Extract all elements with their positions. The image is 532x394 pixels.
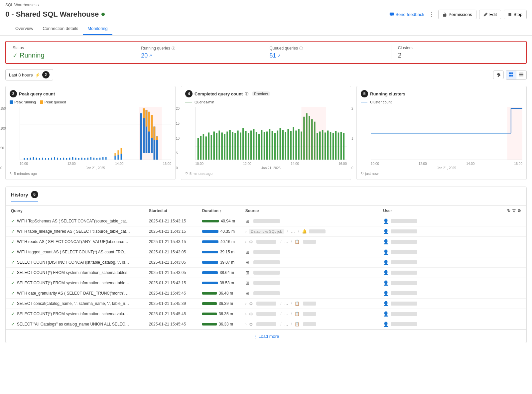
svg-rect-83	[250, 131, 252, 160]
query-text[interactable]: ✓ SELECT concat(catalog_name, '.', schem…	[11, 301, 149, 306]
svg-rect-70	[216, 133, 217, 160]
table-row[interactable]: ✓ WITH tagged_count AS ( SELECT COUNT(*)…	[6, 247, 526, 257]
table-row[interactable]: ✓ SELECT concat(catalog_name, '.', schem…	[6, 299, 526, 309]
table-row[interactable]: ✓ SELECT COUNT(*) FROM system.informatio…	[6, 278, 526, 288]
svg-rect-36	[99, 158, 100, 160]
svg-rect-92	[274, 133, 276, 160]
svg-rect-12	[27, 158, 28, 160]
stop-button[interactable]: Stop	[504, 10, 527, 19]
query-text[interactable]: ✓ WITH date_granularity AS ( SELECT DATE…	[11, 291, 149, 296]
svg-rect-25	[66, 158, 67, 160]
svg-rect-100	[295, 131, 297, 160]
queued-queries-info-icon[interactable]: ⓘ	[299, 46, 303, 51]
svg-rect-24	[63, 158, 64, 160]
tab-monitoring[interactable]: Monitoring	[83, 23, 112, 35]
table-row[interactable]: ✓ WITH table_lineage_filtered AS ( SELEC…	[6, 226, 526, 237]
table-row[interactable]: ✓ WITH reads AS ( SELECT CONCAT(ANY_VALU…	[6, 237, 526, 247]
query-text[interactable]: ✓ SELECT COUNT(DISTINCT CONCAT(ist.table…	[11, 260, 149, 265]
permissions-button[interactable]: Permissions	[438, 10, 476, 19]
tab-connection-details[interactable]: Connection details	[38, 23, 83, 35]
user-icon: 👤	[383, 311, 389, 317]
duration-sort-icon[interactable]: ↕	[220, 209, 222, 213]
svg-rect-67	[208, 133, 210, 160]
completed-query-chart: 4 Completed query count ⓘ Preview Querie…	[181, 86, 351, 180]
svg-rect-99	[293, 127, 294, 160]
svg-rect-114	[330, 132, 332, 160]
duration-cell: 39.15 m	[202, 250, 245, 254]
query-text[interactable]: ✓ WITH tagged_count AS ( SELECT COUNT(*)…	[11, 249, 149, 255]
source-cell: ⊞	[245, 280, 383, 286]
started-at-cell: 2025-01-21 15:45:39	[149, 301, 202, 306]
query-text[interactable]: ✓ SELECT COUNT(*) FROM system.informatio…	[11, 311, 149, 317]
grid-view-button[interactable]	[506, 70, 516, 79]
duration-bar	[202, 230, 218, 233]
source-cell: ›⚙/…/📋	[245, 239, 383, 244]
svg-rect-34	[93, 158, 94, 160]
svg-rect-31	[84, 158, 85, 160]
svg-rect-13	[30, 158, 31, 160]
svg-rect-78	[237, 131, 239, 160]
svg-rect-68	[211, 135, 212, 160]
query-text[interactable]: ✓ WITH TopSchemas AS ( SELECT CONCAT(sou…	[11, 218, 149, 224]
completed-query-info-icon[interactable]: ⓘ	[245, 91, 248, 96]
refresh-table-icon[interactable]: ↻	[507, 208, 510, 213]
table-row[interactable]: ✓ SELECT "All Catalogs" as catalog_name …	[6, 319, 526, 329]
svg-rect-11	[24, 158, 25, 160]
legend-queries-min-line	[185, 102, 192, 102]
table-row[interactable]: ✓ WITH TopSchemas AS ( SELECT CONCAT(sou…	[6, 216, 526, 226]
tab-overview[interactable]: Overview	[11, 23, 38, 35]
duration-bar	[202, 271, 218, 274]
table-row[interactable]: ✓ WITH date_granularity AS ( SELECT DATE…	[6, 288, 526, 299]
load-more-button[interactable]: ⋮ Load more	[6, 329, 526, 343]
running-clusters-chart-wrapper: 210 10:0012:001	[361, 107, 522, 170]
started-at-column-header: Started at	[149, 208, 202, 213]
table-settings-icon[interactable]: ⚙	[517, 208, 521, 213]
svg-rect-44	[121, 148, 122, 154]
settings-button[interactable]	[493, 70, 504, 79]
filter-icon[interactable]: ▽	[512, 208, 515, 213]
query-text[interactable]: ✓ SELECT COUNT(*) FROM system.informatio…	[11, 280, 149, 286]
running-queries-info-icon[interactable]: ⓘ	[172, 46, 175, 51]
duration-bar	[202, 220, 219, 222]
running-clusters-footer: ↻ just now	[361, 171, 522, 176]
duration-bar	[202, 282, 218, 284]
svg-rect-39	[114, 156, 115, 160]
svg-rect-79	[240, 133, 241, 160]
svg-rect-3	[509, 74, 511, 76]
time-selector[interactable]: Last 8 hours ⚡ 2	[5, 69, 53, 80]
legend-peak-running: Peak running	[10, 100, 36, 104]
query-text[interactable]: ✓ SELECT COUNT(*) FROM system.informatio…	[11, 270, 149, 275]
svg-rect-15	[36, 158, 37, 160]
toolbar-circle-2: 2	[42, 71, 50, 78]
svg-rect-27	[72, 157, 73, 160]
source-column-header: Source	[245, 208, 383, 213]
query-text[interactable]: ✓ WITH table_lineage_filtered AS ( SELEC…	[11, 229, 149, 234]
query-text[interactable]: ✓ WITH reads AS ( SELECT CONCAT(ANY_VALU…	[11, 239, 149, 244]
tabs: Overview Connection details Monitoring	[5, 23, 527, 35]
user-cell: 👤	[383, 291, 521, 296]
edit-button[interactable]: Edit	[479, 10, 501, 19]
send-feedback-button[interactable]: Send feedback	[389, 12, 424, 17]
list-view-button[interactable]	[516, 70, 526, 79]
svg-rect-17	[42, 158, 43, 160]
svg-rect-22	[57, 158, 58, 160]
table-row[interactable]: ✓ SELECT COUNT(DISTINCT CONCAT(ist.table…	[6, 257, 526, 268]
breadcrumb[interactable]: SQL Warehouses ›	[5, 3, 527, 7]
svg-rect-35	[96, 158, 97, 160]
table-row[interactable]: ✓ SELECT COUNT(*) FROM system.informatio…	[6, 309, 526, 319]
more-options-button[interactable]: ⋮	[427, 9, 436, 19]
queued-queries-value[interactable]: 51 ↗	[270, 52, 384, 59]
query-text[interactable]: ✓ SELECT "All Catalogs" as catalog_name …	[11, 322, 149, 327]
svg-rect-87	[261, 130, 263, 160]
completed-query-date: Jan 21, 2025	[195, 166, 347, 170]
source-cell: ›⚙/…/📋	[245, 301, 383, 306]
svg-rect-84	[253, 129, 255, 160]
table-row[interactable]: ✓ SELECT COUNT(*) FROM system.informatio…	[6, 268, 526, 278]
running-queries-value[interactable]: 20 ↗	[141, 52, 256, 59]
peak-query-chart-area	[20, 107, 171, 160]
breadcrumb-parent[interactable]: SQL Warehouses	[5, 3, 37, 7]
user-cell: 👤	[383, 301, 521, 306]
svg-rect-117	[338, 133, 339, 160]
status-panel: Status ✓ Running Running queries ⓘ 20 ↗ …	[5, 41, 527, 64]
peak-query-title: 3 Peak query count	[10, 90, 171, 97]
